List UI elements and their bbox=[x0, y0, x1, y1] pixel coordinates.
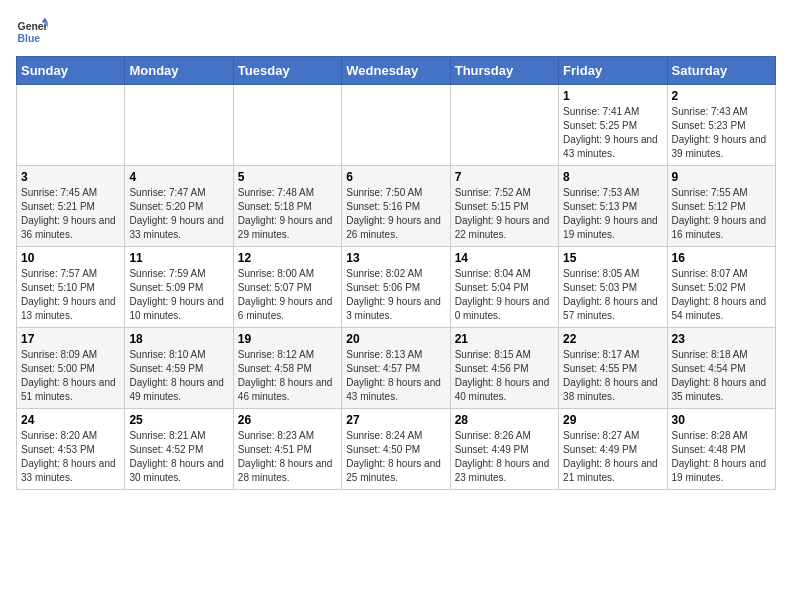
calendar-cell: 14Sunrise: 8:04 AM Sunset: 5:04 PM Dayli… bbox=[450, 247, 558, 328]
calendar-cell: 24Sunrise: 8:20 AM Sunset: 4:53 PM Dayli… bbox=[17, 409, 125, 490]
calendar-cell: 23Sunrise: 8:18 AM Sunset: 4:54 PM Dayli… bbox=[667, 328, 775, 409]
day-info: Sunrise: 8:05 AM Sunset: 5:03 PM Dayligh… bbox=[563, 267, 662, 323]
day-info: Sunrise: 8:07 AM Sunset: 5:02 PM Dayligh… bbox=[672, 267, 771, 323]
day-header-friday: Friday bbox=[559, 57, 667, 85]
calendar-cell: 26Sunrise: 8:23 AM Sunset: 4:51 PM Dayli… bbox=[233, 409, 341, 490]
calendar-cell: 16Sunrise: 8:07 AM Sunset: 5:02 PM Dayli… bbox=[667, 247, 775, 328]
calendar-cell bbox=[342, 85, 450, 166]
day-number: 30 bbox=[672, 413, 771, 427]
day-number: 24 bbox=[21, 413, 120, 427]
day-info: Sunrise: 7:57 AM Sunset: 5:10 PM Dayligh… bbox=[21, 267, 120, 323]
day-info: Sunrise: 8:12 AM Sunset: 4:58 PM Dayligh… bbox=[238, 348, 337, 404]
day-number: 15 bbox=[563, 251, 662, 265]
day-header-sunday: Sunday bbox=[17, 57, 125, 85]
day-info: Sunrise: 8:15 AM Sunset: 4:56 PM Dayligh… bbox=[455, 348, 554, 404]
calendar-header-row: SundayMondayTuesdayWednesdayThursdayFrid… bbox=[17, 57, 776, 85]
calendar-cell: 5Sunrise: 7:48 AM Sunset: 5:18 PM Daylig… bbox=[233, 166, 341, 247]
day-number: 3 bbox=[21, 170, 120, 184]
day-info: Sunrise: 8:20 AM Sunset: 4:53 PM Dayligh… bbox=[21, 429, 120, 485]
day-info: Sunrise: 8:17 AM Sunset: 4:55 PM Dayligh… bbox=[563, 348, 662, 404]
calendar-cell: 27Sunrise: 8:24 AM Sunset: 4:50 PM Dayli… bbox=[342, 409, 450, 490]
page-header: General Blue bbox=[16, 16, 776, 48]
calendar-cell: 20Sunrise: 8:13 AM Sunset: 4:57 PM Dayli… bbox=[342, 328, 450, 409]
calendar-cell: 22Sunrise: 8:17 AM Sunset: 4:55 PM Dayli… bbox=[559, 328, 667, 409]
day-info: Sunrise: 8:09 AM Sunset: 5:00 PM Dayligh… bbox=[21, 348, 120, 404]
day-number: 20 bbox=[346, 332, 445, 346]
calendar-cell: 25Sunrise: 8:21 AM Sunset: 4:52 PM Dayli… bbox=[125, 409, 233, 490]
calendar-cell: 8Sunrise: 7:53 AM Sunset: 5:13 PM Daylig… bbox=[559, 166, 667, 247]
day-number: 2 bbox=[672, 89, 771, 103]
day-info: Sunrise: 8:27 AM Sunset: 4:49 PM Dayligh… bbox=[563, 429, 662, 485]
day-info: Sunrise: 8:28 AM Sunset: 4:48 PM Dayligh… bbox=[672, 429, 771, 485]
day-info: Sunrise: 8:26 AM Sunset: 4:49 PM Dayligh… bbox=[455, 429, 554, 485]
day-number: 18 bbox=[129, 332, 228, 346]
day-info: Sunrise: 8:04 AM Sunset: 5:04 PM Dayligh… bbox=[455, 267, 554, 323]
day-info: Sunrise: 7:55 AM Sunset: 5:12 PM Dayligh… bbox=[672, 186, 771, 242]
day-info: Sunrise: 8:02 AM Sunset: 5:06 PM Dayligh… bbox=[346, 267, 445, 323]
svg-text:Blue: Blue bbox=[18, 33, 41, 44]
week-row-5: 24Sunrise: 8:20 AM Sunset: 4:53 PM Dayli… bbox=[17, 409, 776, 490]
calendar-table: SundayMondayTuesdayWednesdayThursdayFrid… bbox=[16, 56, 776, 490]
calendar-cell: 7Sunrise: 7:52 AM Sunset: 5:15 PM Daylig… bbox=[450, 166, 558, 247]
day-info: Sunrise: 7:48 AM Sunset: 5:18 PM Dayligh… bbox=[238, 186, 337, 242]
day-number: 6 bbox=[346, 170, 445, 184]
day-header-thursday: Thursday bbox=[450, 57, 558, 85]
calendar-cell: 28Sunrise: 8:26 AM Sunset: 4:49 PM Dayli… bbox=[450, 409, 558, 490]
day-number: 8 bbox=[563, 170, 662, 184]
day-number: 28 bbox=[455, 413, 554, 427]
calendar-cell: 10Sunrise: 7:57 AM Sunset: 5:10 PM Dayli… bbox=[17, 247, 125, 328]
day-number: 23 bbox=[672, 332, 771, 346]
day-info: Sunrise: 7:59 AM Sunset: 5:09 PM Dayligh… bbox=[129, 267, 228, 323]
day-number: 19 bbox=[238, 332, 337, 346]
day-info: Sunrise: 8:23 AM Sunset: 4:51 PM Dayligh… bbox=[238, 429, 337, 485]
calendar-cell bbox=[17, 85, 125, 166]
week-row-3: 10Sunrise: 7:57 AM Sunset: 5:10 PM Dayli… bbox=[17, 247, 776, 328]
day-number: 10 bbox=[21, 251, 120, 265]
week-row-4: 17Sunrise: 8:09 AM Sunset: 5:00 PM Dayli… bbox=[17, 328, 776, 409]
calendar-cell: 3Sunrise: 7:45 AM Sunset: 5:21 PM Daylig… bbox=[17, 166, 125, 247]
day-number: 27 bbox=[346, 413, 445, 427]
calendar-cell: 6Sunrise: 7:50 AM Sunset: 5:16 PM Daylig… bbox=[342, 166, 450, 247]
day-info: Sunrise: 8:18 AM Sunset: 4:54 PM Dayligh… bbox=[672, 348, 771, 404]
day-number: 1 bbox=[563, 89, 662, 103]
day-info: Sunrise: 7:53 AM Sunset: 5:13 PM Dayligh… bbox=[563, 186, 662, 242]
calendar-cell: 4Sunrise: 7:47 AM Sunset: 5:20 PM Daylig… bbox=[125, 166, 233, 247]
day-info: Sunrise: 8:00 AM Sunset: 5:07 PM Dayligh… bbox=[238, 267, 337, 323]
day-info: Sunrise: 8:10 AM Sunset: 4:59 PM Dayligh… bbox=[129, 348, 228, 404]
day-info: Sunrise: 8:21 AM Sunset: 4:52 PM Dayligh… bbox=[129, 429, 228, 485]
calendar-cell: 9Sunrise: 7:55 AM Sunset: 5:12 PM Daylig… bbox=[667, 166, 775, 247]
calendar-cell: 19Sunrise: 8:12 AM Sunset: 4:58 PM Dayli… bbox=[233, 328, 341, 409]
day-number: 9 bbox=[672, 170, 771, 184]
day-number: 13 bbox=[346, 251, 445, 265]
day-number: 29 bbox=[563, 413, 662, 427]
day-number: 26 bbox=[238, 413, 337, 427]
logo-icon: General Blue bbox=[16, 16, 48, 48]
day-info: Sunrise: 7:41 AM Sunset: 5:25 PM Dayligh… bbox=[563, 105, 662, 161]
day-number: 14 bbox=[455, 251, 554, 265]
calendar-cell bbox=[450, 85, 558, 166]
day-number: 22 bbox=[563, 332, 662, 346]
day-header-saturday: Saturday bbox=[667, 57, 775, 85]
day-number: 4 bbox=[129, 170, 228, 184]
day-info: Sunrise: 7:47 AM Sunset: 5:20 PM Dayligh… bbox=[129, 186, 228, 242]
day-info: Sunrise: 7:45 AM Sunset: 5:21 PM Dayligh… bbox=[21, 186, 120, 242]
week-row-1: 1Sunrise: 7:41 AM Sunset: 5:25 PM Daylig… bbox=[17, 85, 776, 166]
day-number: 17 bbox=[21, 332, 120, 346]
calendar-cell: 18Sunrise: 8:10 AM Sunset: 4:59 PM Dayli… bbox=[125, 328, 233, 409]
day-info: Sunrise: 8:24 AM Sunset: 4:50 PM Dayligh… bbox=[346, 429, 445, 485]
calendar-cell: 13Sunrise: 8:02 AM Sunset: 5:06 PM Dayli… bbox=[342, 247, 450, 328]
calendar-cell: 12Sunrise: 8:00 AM Sunset: 5:07 PM Dayli… bbox=[233, 247, 341, 328]
calendar-cell: 30Sunrise: 8:28 AM Sunset: 4:48 PM Dayli… bbox=[667, 409, 775, 490]
calendar-cell: 29Sunrise: 8:27 AM Sunset: 4:49 PM Dayli… bbox=[559, 409, 667, 490]
day-header-tuesday: Tuesday bbox=[233, 57, 341, 85]
calendar-cell: 15Sunrise: 8:05 AM Sunset: 5:03 PM Dayli… bbox=[559, 247, 667, 328]
day-number: 12 bbox=[238, 251, 337, 265]
day-number: 7 bbox=[455, 170, 554, 184]
calendar-cell bbox=[125, 85, 233, 166]
day-number: 5 bbox=[238, 170, 337, 184]
svg-marker-2 bbox=[42, 18, 48, 23]
day-number: 11 bbox=[129, 251, 228, 265]
week-row-2: 3Sunrise: 7:45 AM Sunset: 5:21 PM Daylig… bbox=[17, 166, 776, 247]
logo: General Blue bbox=[16, 16, 52, 48]
calendar-cell: 1Sunrise: 7:41 AM Sunset: 5:25 PM Daylig… bbox=[559, 85, 667, 166]
